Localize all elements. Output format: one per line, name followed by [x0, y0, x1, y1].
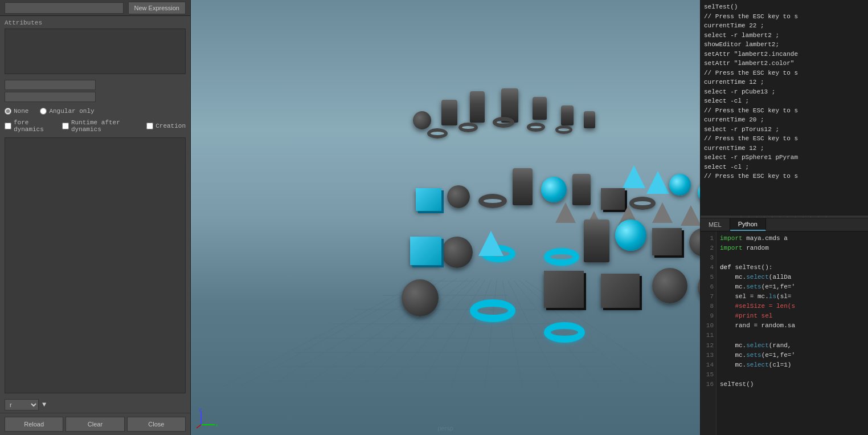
filter-input-1[interactable] — [5, 80, 96, 90]
script-code-area[interactable]: 1 2 3 4 5 6 7 8 9 10 11 12 13 14 15 16 i… — [701, 231, 868, 435]
svg-line-18 — [502, 280, 522, 387]
cube-obj — [416, 188, 441, 211]
triangle-obj — [623, 165, 645, 188]
clear-button[interactable]: Clear — [65, 417, 124, 432]
tab-mel[interactable]: MEL — [701, 218, 730, 231]
cube-obj — [601, 274, 640, 308]
svg-text:y: y — [199, 406, 202, 412]
tab-bar: MEL Python — [701, 218, 868, 231]
history-line: select -r pCube13 ; — [704, 87, 865, 97]
cb-runtime-text: Runtime after dynamics — [71, 119, 135, 133]
torus-obj — [527, 123, 545, 132]
radio-section: None Angular only — [0, 104, 190, 118]
torus-obj — [544, 322, 585, 343]
radio-angular-label[interactable]: Angular only — [40, 108, 94, 115]
svg-line-27 — [196, 425, 201, 428]
filter-input-2[interactable] — [5, 92, 96, 102]
history-line: select -cl ; — [704, 96, 865, 106]
history-line: select -r pTorus12 ; — [704, 125, 865, 135]
sphere-obj — [402, 279, 439, 316]
sphere-obj — [698, 182, 700, 202]
cylinder-obj — [513, 168, 533, 205]
tab-python[interactable]: Python — [730, 218, 766, 231]
bottom-buttons-row: Reload Clear Close — [0, 413, 190, 435]
cylinder-obj — [441, 100, 457, 125]
svg-text:x: x — [215, 422, 218, 428]
code-content[interactable]: import maya.cmds aimport randomdef selTe… — [716, 231, 868, 435]
viewport-3d[interactable]: x y persp — [191, 0, 700, 435]
torus-obj — [478, 194, 507, 208]
radio-none[interactable] — [5, 108, 11, 115]
title-input[interactable] — [5, 2, 124, 14]
filter-section — [0, 78, 190, 104]
line-numbers: 1 2 3 4 5 6 7 8 9 10 11 12 13 14 15 16 — [701, 231, 716, 435]
cube-obj — [544, 271, 584, 308]
svg-line-16 — [451, 280, 491, 387]
radio-none-label[interactable]: None — [5, 108, 28, 115]
triangle-obj — [478, 231, 503, 256]
cylinder-obj — [584, 219, 609, 262]
history-line: select -r lambert2 ; — [704, 31, 865, 40]
sphere-obj — [652, 268, 687, 303]
cylinder-obj — [584, 111, 595, 128]
torus-obj — [544, 248, 579, 266]
history-line: // Press the ESC key to s — [704, 12, 865, 22]
sphere-obj — [615, 219, 646, 251]
reload-button[interactable]: Reload — [5, 417, 63, 432]
expression-editor-area[interactable] — [5, 137, 186, 393]
sphere-obj — [669, 174, 691, 196]
sphere-obj — [689, 228, 700, 257]
torus-obj — [493, 117, 514, 128]
history-line: // Press the ESC key to s — [704, 68, 865, 78]
attributes-section: Attributes — [0, 16, 190, 78]
attributes-box[interactable] — [5, 29, 186, 74]
cb-creation[interactable] — [146, 123, 153, 129]
radio-none-text: None — [14, 108, 28, 115]
checkbox-row: fore dynamics Runtime after dynamics Cre… — [0, 118, 190, 134]
cb-runtime-label[interactable]: Runtime after dynamics — [62, 119, 135, 133]
history-line: currentTime 20 ; — [704, 115, 865, 125]
radio-row-1: None Angular only — [5, 108, 186, 115]
axis-indicator: x y — [196, 406, 219, 429]
cb-creation-label[interactable]: Creation — [146, 123, 186, 129]
close-button[interactable]: Close — [127, 417, 186, 432]
triangle-obj — [681, 205, 700, 226]
history-line: currentTime 12 ; — [704, 144, 865, 153]
sphere-obj — [447, 185, 470, 208]
cb-runtime[interactable] — [62, 123, 69, 129]
triangle-obj — [555, 202, 576, 223]
script-editor: MEL Python 1 2 3 4 5 6 7 8 9 10 11 12 13… — [701, 218, 868, 435]
cb-before-text: fore dynamics — [14, 119, 51, 133]
cylinder-obj — [561, 105, 574, 125]
dropdown-select[interactable]: r — [5, 399, 39, 410]
history-line: select -r pSphere1 pPyram — [704, 153, 865, 162]
triangle-obj — [652, 202, 673, 223]
viewport-canvas: x y persp — [191, 0, 700, 435]
history-line: // Press the ESC key to s — [704, 106, 865, 116]
script-history[interactable]: selTest() // Press the ESC key to s curr… — [701, 0, 868, 215]
radio-angular-text: Angular only — [49, 108, 94, 115]
history-line: currentTime 12 ; — [704, 78, 865, 87]
torus-obj — [427, 128, 448, 139]
radio-angular[interactable] — [40, 108, 47, 115]
dropdown-arrow-icon: ▼ — [42, 401, 46, 409]
left-panel: New Expression Attributes None Angular o… — [0, 0, 191, 435]
history-line: // Press the ESC key to s — [704, 172, 865, 181]
cb-before[interactable] — [5, 123, 11, 129]
cylinder-obj — [470, 91, 485, 123]
cylinder-obj — [533, 97, 547, 120]
history-line: setAttr "lambert2.color" — [704, 59, 865, 68]
new-expression-button[interactable]: New Expression — [128, 2, 186, 14]
torus-obj — [470, 299, 515, 322]
attributes-label: Attributes — [5, 19, 186, 26]
triangle-obj — [646, 171, 669, 194]
cb-before-label[interactable]: fore dynamics — [5, 119, 51, 133]
cube-obj — [410, 237, 441, 265]
sphere-obj — [541, 177, 567, 202]
history-line: // Press the ESC key to s — [704, 134, 865, 144]
history-line: currentTime 22 ; — [704, 21, 865, 31]
torus-obj — [458, 123, 478, 132]
right-panel: selTest() // Press the ESC key to s curr… — [700, 0, 868, 435]
title-bar: New Expression — [0, 0, 190, 16]
cb-creation-text: Creation — [155, 123, 186, 129]
